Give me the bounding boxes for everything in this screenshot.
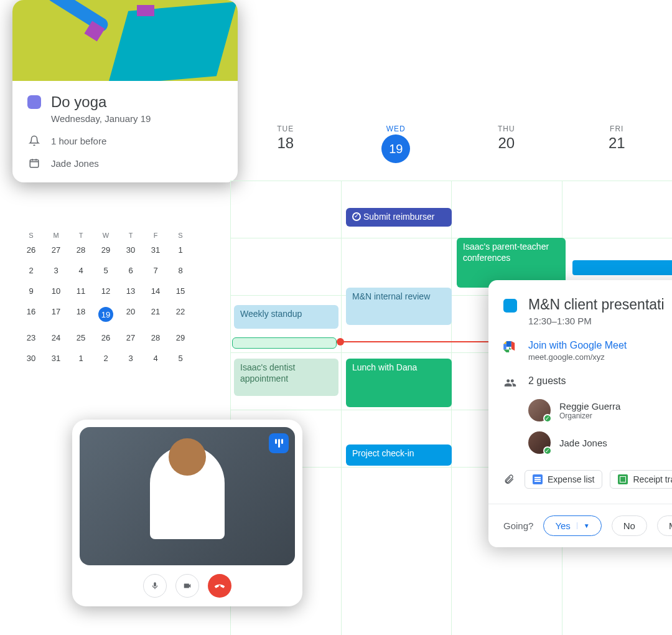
- mini-day-cell[interactable]: 30: [19, 351, 44, 365]
- join-meet-link[interactable]: Join with Google Meet: [528, 340, 627, 351]
- avatar: ✓: [528, 431, 551, 454]
- task-reminder: 1 hour before: [51, 136, 106, 146]
- mini-day-cell[interactable]: 6: [118, 263, 143, 278]
- check-icon: [352, 212, 361, 221]
- audio-level-icon: [269, 433, 289, 453]
- mini-day-cell[interactable]: 18: [68, 304, 93, 324]
- task-owner: Jade Jones: [51, 158, 99, 169]
- task-hero-image: [12, 0, 238, 81]
- mini-day-cell[interactable]: 1: [168, 243, 193, 257]
- event-dentist[interactable]: Isaac's dentist appointment: [234, 359, 338, 396]
- mini-day-cell[interactable]: 10: [44, 284, 68, 298]
- mini-day-cell[interactable]: 25: [68, 331, 93, 345]
- mini-day-cell[interactable]: 27: [118, 331, 143, 345]
- svg-rect-1: [503, 344, 506, 350]
- going-label: Going?: [503, 520, 533, 531]
- mini-day-cell[interactable]: 3: [118, 351, 143, 365]
- mini-day-cell[interactable]: 9: [19, 284, 44, 298]
- mini-day-cell[interactable]: 29: [168, 331, 193, 345]
- mini-day-cell[interactable]: 28: [68, 243, 93, 257]
- attachment-receipt[interactable]: Receipt tra: [610, 470, 672, 489]
- mini-day-cell[interactable]: 5: [168, 351, 193, 365]
- status-accepted-icon: ✓: [543, 414, 552, 423]
- guest-count: 2 guests: [528, 375, 566, 387]
- event-submit-reimbursement[interactable]: Submit reimburser: [346, 208, 452, 227]
- mini-day-label: W: [93, 232, 118, 239]
- event-project-checkin[interactable]: Project check-in: [346, 444, 452, 466]
- people-icon: [503, 377, 517, 389]
- mini-day-cell[interactable]: 8: [168, 263, 193, 278]
- mini-day-cell[interactable]: 14: [143, 284, 168, 298]
- mini-day-cell[interactable]: 23: [19, 331, 44, 345]
- mini-day-cell[interactable]: 5: [93, 263, 118, 278]
- mini-day-cell[interactable]: 19: [93, 304, 118, 324]
- mini-day-cell[interactable]: 26: [19, 243, 44, 257]
- week-day-header[interactable]: FRI21: [562, 125, 673, 163]
- svg-rect-2: [506, 341, 511, 347]
- mini-day-cell[interactable]: 24: [44, 331, 68, 345]
- task-card[interactable]: Do yoga Wednesday, January 19 1 hour bef…: [12, 0, 238, 182]
- mini-day-cell[interactable]: 13: [118, 284, 143, 298]
- mini-day-cell[interactable]: 1: [68, 351, 93, 365]
- week-day-header[interactable]: WED19: [341, 125, 452, 163]
- svg-rect-0: [30, 160, 39, 167]
- avatar: ✓: [528, 399, 551, 421]
- event-bar[interactable]: [572, 260, 672, 275]
- mini-day-cell[interactable]: 31: [143, 243, 168, 257]
- mini-day-cell[interactable]: 29: [93, 243, 118, 257]
- task-color-chip: [27, 95, 41, 109]
- docs-icon: [533, 474, 543, 484]
- event-internal-review[interactable]: M&N internal review: [346, 288, 452, 325]
- mini-day-cell[interactable]: 26: [93, 331, 118, 345]
- mini-day-cell[interactable]: 15: [168, 284, 193, 298]
- mini-day-cell[interactable]: 27: [44, 243, 68, 257]
- mini-day-cell[interactable]: 4: [143, 351, 168, 365]
- guest-row[interactable]: ✓ Reggie Guerra Organizer: [528, 399, 672, 421]
- event-placeholder[interactable]: [232, 337, 337, 349]
- event-color-chip: [503, 299, 517, 313]
- meet-url: meet.google.com/xyz: [528, 352, 627, 362]
- hangup-button[interactable]: [208, 574, 231, 598]
- mini-day-cell[interactable]: 22: [168, 304, 193, 324]
- rsvp-maybe-button[interactable]: Ma: [657, 515, 672, 536]
- mic-button[interactable]: [143, 574, 167, 598]
- attachment-expense-list[interactable]: Expense list: [525, 470, 602, 489]
- mini-day-cell[interactable]: 31: [44, 351, 68, 365]
- event-weekly-standup[interactable]: Weekly standup: [234, 305, 338, 329]
- mini-day-cell[interactable]: 11: [68, 284, 93, 298]
- guest-row[interactable]: ✓ Jade Jones: [528, 431, 672, 454]
- mini-day-cell[interactable]: 12: [93, 284, 118, 298]
- mini-month-calendar[interactable]: SMTWTFS 26272829303112345678910111213141…: [19, 232, 193, 365]
- mini-day-cell[interactable]: 2: [93, 351, 118, 365]
- mini-day-cell[interactable]: 7: [143, 263, 168, 278]
- camera-button[interactable]: [175, 574, 199, 598]
- mini-day-cell[interactable]: 28: [143, 331, 168, 345]
- mini-day-cell[interactable]: 17: [44, 304, 68, 324]
- event-detail-card: M&N client presentati 12:30–1:30 PM Join…: [488, 280, 672, 547]
- chevron-down-icon[interactable]: ▼: [577, 522, 590, 529]
- rsvp-yes-button[interactable]: Yes ▼: [543, 515, 601, 536]
- mini-day-cell[interactable]: 20: [118, 304, 143, 324]
- rsvp-no-button[interactable]: No: [612, 515, 647, 536]
- event-lunch[interactable]: Lunch with Dana: [346, 359, 452, 407]
- guest-name: Reggie Guerra: [559, 401, 620, 412]
- task-date: Wednesday, January 19: [51, 113, 223, 124]
- mini-day-label: S: [19, 232, 44, 239]
- mini-day-cell[interactable]: 21: [143, 304, 168, 324]
- video-call-card: [72, 420, 302, 606]
- guest-name: Jade Jones: [559, 438, 607, 448]
- mini-day-cell[interactable]: 4: [68, 263, 93, 278]
- mini-day-cell[interactable]: 3: [44, 263, 68, 278]
- mini-day-label: T: [118, 232, 143, 239]
- mini-day-cell[interactable]: 30: [118, 243, 143, 257]
- mini-day-label: M: [44, 232, 68, 239]
- mini-day-cell[interactable]: 2: [19, 263, 44, 278]
- week-day-header[interactable]: TUE18: [230, 125, 341, 163]
- week-header: TUE18WED19THU20FRI21: [230, 125, 672, 163]
- event-detail-title: M&N client presentati: [528, 296, 665, 313]
- status-accepted-icon: ✓: [543, 446, 552, 455]
- guest-role: Organizer: [559, 412, 620, 420]
- task-title: Do yoga: [51, 93, 106, 111]
- week-day-header[interactable]: THU20: [451, 125, 562, 163]
- mini-day-cell[interactable]: 16: [19, 304, 44, 324]
